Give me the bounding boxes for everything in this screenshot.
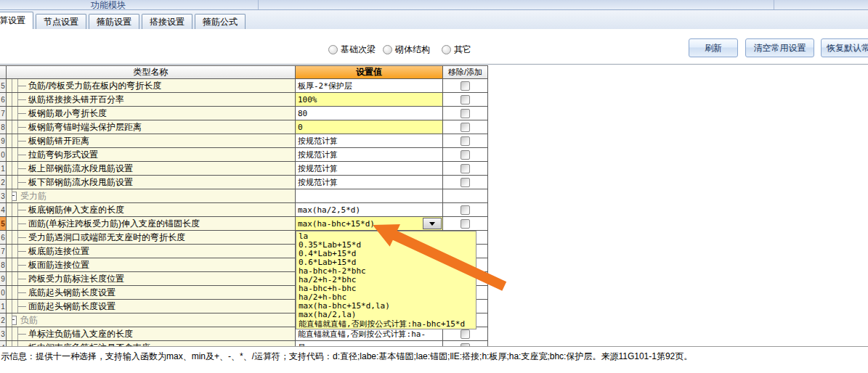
table-row[interactable]: 5面筋(单标注跨板受力筋)伸入支座的锚固长度max(ha-bhc+15*d) [0,217,488,231]
tree-connector [18,237,26,238]
radio-masonry-structure[interactable]: 砌体结构 [383,44,430,56]
tab-node-settings[interactable]: 节点设置 [36,14,86,29]
dropdown-option[interactable]: ha-bhc+h-bhc [296,284,476,292]
row-number-cell: 4 [0,203,7,216]
setting-value-cell[interactable]: 80 [296,107,443,120]
row-number-cell: 1 [0,300,7,313]
remove-add-checkbox[interactable] [461,123,470,132]
action-cell [443,162,488,175]
table-row[interactable]: 9板钢筋错开距离按规范计算 [0,134,488,148]
collapse-minus-icon[interactable] [12,316,17,325]
radio-foundation-secondary-beam[interactable]: 基础次梁 [328,44,376,56]
refresh-button[interactable]: 刷新 [689,38,738,57]
remove-add-checkbox[interactable] [461,219,470,229]
remove-add-checkbox[interactable] [461,81,470,91]
dropdown-option[interactable]: 0.6*Lab+15*d [296,258,476,266]
radio-other[interactable]: 其它 [442,44,471,56]
tab-lap-settings[interactable]: 搭接设置 [142,14,192,29]
table-row[interactable]: 6纵筋搭接接头错开百分率100% [0,93,488,107]
remove-add-checkbox[interactable] [461,95,470,104]
collapse-minus-icon[interactable] [12,192,17,201]
row-number-cell: 1 [0,162,7,175]
tree-indent [12,176,18,189]
action-cell [443,203,488,216]
clear-common-settings-button[interactable]: 清空常用设置 [745,38,814,57]
table-row[interactable]: 1板上部钢筋流水段甩筋设置按规范计算 [0,162,488,176]
tree-indent [7,176,12,189]
setting-value-cell[interactable]: 板厚-2*保护层 [296,79,443,92]
setting-value-cell[interactable]: max(ha/2,5*d) [296,203,443,216]
row-number: 5 [1,82,5,90]
setting-value-cell[interactable]: 0 [296,120,443,134]
tree-indent [12,286,18,299]
setting-value-cell[interactable]: 按规范计算 [296,148,443,161]
setting-value-cell[interactable]: max(ha-bhc+15*d) [296,217,443,230]
chevron-down-icon [429,222,435,229]
setting-value-cell[interactable]: 是 [296,341,443,346]
table-row[interactable]: 4板中间支座负筋标注是否含支座是 [0,341,488,346]
group-row[interactable]: 3受力筋 [0,189,488,203]
setting-name-cell: 面筋起头钢筋长度设置 [18,300,296,313]
tree-connector [18,127,26,128]
tab-calc-settings[interactable]: 算设置 [0,12,33,29]
setting-value: 80 [298,109,307,118]
tree-indent [12,258,18,271]
tab-stirrup-settings[interactable]: 箍筋设置 [89,14,139,29]
row-number: 0 [1,151,5,159]
tree-indent [7,245,12,258]
setting-name-cell: 板底钢筋伸入支座的长度 [18,203,296,216]
table-row[interactable]: 7板钢筋最小弯折长度80 [0,107,488,120]
remove-add-checkbox[interactable] [461,178,470,187]
action-cell [443,189,488,202]
remove-add-checkbox[interactable] [461,329,470,339]
table-row[interactable]: 8板钢筋弯锚时端头保护层距离0 [0,120,488,134]
dropdown-option[interactable]: ha/2+h-2*bhc [296,275,476,284]
remove-add-checkbox[interactable] [461,205,470,215]
setting-value-cell[interactable]: 100% [296,93,443,106]
setting-name-cell: 板下部钢筋流水段甩筋设置 [18,176,296,189]
setting-value-cell[interactable]: 按规范计算 [296,162,443,175]
dropdown-button[interactable] [423,218,442,229]
restore-default-button[interactable]: 恢复默认常用设置 [821,38,868,57]
setting-name-cell: 面筋(单标注跨板受力筋)伸入支座的锚固长度 [18,217,296,230]
remove-add-checkbox[interactable] [461,150,470,160]
dropdown-option[interactable]: ha-bhc+h-2*bhc [296,266,476,275]
tree-indent [7,162,12,175]
setting-value: max(ha-bhc+15*d) [298,219,375,229]
setting-value-cell[interactable] [296,189,443,202]
setting-name: 负筋/跨板受力筋在板内的弯折长度 [28,80,161,92]
remove-add-checkbox[interactable] [461,109,470,118]
setting-value: 板厚-2*保护层 [298,81,352,91]
dropdown-option[interactable]: 0.35*Lab+15*d [296,240,476,249]
dropdown-option[interactable]: 0.4*Lab+15*d [296,249,476,258]
table-row[interactable]: 5负筋/跨板受力筋在板内的弯折长度板厚-2*保护层 [0,79,488,93]
table-row[interactable]: 2板下部钢筋流水段甩筋设置按规范计算 [0,176,488,189]
tree-indent [12,300,18,313]
dropdown-option[interactable]: max(ha/2,la) [296,310,476,319]
row-number: 3 [1,330,5,338]
remove-add-checkbox[interactable] [461,164,470,173]
dropdown-option[interactable]: max(ha-bhc+15*d,la) [296,301,476,310]
remove-add-checkbox[interactable] [461,136,470,146]
table-row[interactable]: 0拉筋弯钩形式设置按规范计算 [0,148,488,162]
row-number-cell: 2 [0,176,7,189]
setting-value-cell[interactable]: 按规范计算 [296,134,443,147]
tree-indent [12,245,18,258]
status-hint-text: 示信息：提供十一种选择，支持输入函数为max、min及+、-、*、/运算符；支持… [1,351,692,363]
tab-stirrup-formula[interactable]: 箍筋公式 [195,14,246,29]
action-cell [443,134,488,147]
row-number: 7 [1,110,5,118]
dropdown-option[interactable]: ha/2+h-bhc [296,292,476,301]
tree-indent [7,313,12,327]
setting-name-cell: 拉筋弯钩形式设置 [18,148,296,161]
dropdown-option[interactable]: 能直锚就直锚,否则按公式计算:ha-bhc+15*d [296,319,476,329]
dropdown-option[interactable]: la [296,231,476,240]
setting-value-cell[interactable]: 按规范计算 [296,176,443,189]
calculation-settings-window: 功能模块 算设置 节点设置 箍筋设置 搭接设置 箍筋公式 基础次梁 砌体结构 其… [0,0,868,373]
setting-value: 100% [298,95,317,104]
table-header-row: 类型名称 设置值 移除/添加 [0,65,488,79]
setting-name: 板底筋连接位置 [28,245,89,258]
table-row[interactable]: 4板底钢筋伸入支座的长度max(ha/2,5*d) [0,203,488,217]
setting-name: 单标注负筋锚入支座的长度 [28,328,133,340]
setting-value: 按规范计算 [298,163,338,174]
